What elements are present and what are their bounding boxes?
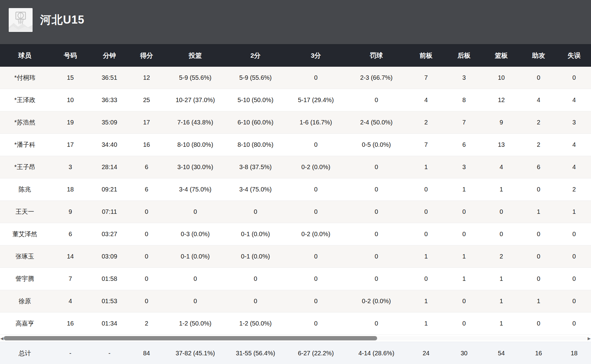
- stat-cell: 1: [407, 312, 445, 335]
- stat-cell: 3: [557, 111, 591, 134]
- column-header-6: 3分: [286, 44, 346, 67]
- stat-cell: 0: [286, 268, 346, 290]
- scrollbar-track[interactable]: [4, 336, 587, 340]
- column-header-2: 分钟: [91, 44, 128, 67]
- player-name: 董艾泽然: [0, 223, 50, 245]
- stat-cell: 0: [407, 268, 445, 290]
- stat-cell: 7: [407, 134, 445, 156]
- table-row: *王子昂328:1463-10 (30.0%)3-8 (37.5%)0-2 (0…: [0, 156, 591, 178]
- stat-cell: 0: [128, 290, 165, 312]
- table-row: 王天一907:110000000011: [0, 201, 591, 223]
- stat-cell: 0: [445, 201, 483, 223]
- column-header-4: 投篮: [165, 44, 225, 67]
- team-header: 河北U15: [0, 0, 591, 44]
- stat-cell: 03:27: [91, 223, 128, 245]
- stat-cell: 25: [128, 89, 165, 111]
- stat-cell: 4: [50, 290, 91, 312]
- stat-cell: 0: [445, 223, 483, 245]
- table-row: *潘子科1734:40168-10 (80.0%)8-10 (80.0%)00-…: [0, 134, 591, 156]
- player-stats-table: 球员号码分钟得分投篮2分3分罚球前板后板篮板助攻失误 *付桐玮1536:5112…: [0, 44, 591, 335]
- player-name: 訾宇腾: [0, 268, 50, 290]
- stat-cell: 12: [483, 89, 520, 111]
- stat-cell: 0: [286, 178, 346, 201]
- stat-cell: 3-10 (30.0%): [165, 156, 225, 178]
- stat-cell: 10: [483, 67, 520, 89]
- stat-cell: 4: [407, 89, 445, 111]
- stat-cell: 9: [50, 201, 91, 223]
- stat-cell: 0: [483, 201, 520, 223]
- stat-cell: 0: [286, 201, 346, 223]
- stat-cell: 0: [557, 268, 591, 290]
- stat-cell: 01:58: [91, 268, 128, 290]
- stat-cell: 0: [346, 223, 407, 245]
- stat-cell: 3: [445, 67, 483, 89]
- total-stat-cell: 30: [445, 342, 483, 364]
- stat-cell: 10-27 (37.0%): [165, 89, 225, 111]
- stat-cell: 3: [50, 156, 91, 178]
- stat-cell: 1-6 (16.7%): [286, 111, 346, 134]
- table-row: 董艾泽然603:2700-3 (0.0%)0-1 (0.0%)0-2 (0.0%…: [0, 223, 591, 245]
- team-title: 河北U15: [40, 12, 84, 28]
- total-label: 总计: [0, 342, 50, 364]
- column-header-7: 罚球: [346, 44, 407, 67]
- stat-cell: 0-5 (0.0%): [346, 134, 407, 156]
- stat-cell: 0: [407, 223, 445, 245]
- stat-cell: 1: [407, 290, 445, 312]
- horizontal-scrollbar[interactable]: ◀ ▶: [0, 335, 591, 342]
- stat-cell: 0: [165, 268, 225, 290]
- stat-cell: 0: [225, 290, 286, 312]
- total-stat-cell: 4-14 (28.6%): [346, 342, 407, 364]
- stat-cell: 2-3 (66.7%): [346, 67, 407, 89]
- basketball-hoop-icon: [9, 8, 33, 32]
- stat-cell: 0: [128, 245, 165, 268]
- stat-cell: 0: [407, 178, 445, 201]
- stat-cell: 1: [407, 156, 445, 178]
- stat-cell: 5-9 (55.6%): [225, 67, 286, 89]
- header-row: 球员号码分钟得分投篮2分3分罚球前板后板篮板助攻失误: [0, 44, 591, 67]
- stat-cell: 0: [225, 201, 286, 223]
- stat-cell: 0: [346, 156, 407, 178]
- stat-cell: 7-16 (43.8%): [165, 111, 225, 134]
- stat-cell: 4: [483, 156, 520, 178]
- stat-cell: 0: [286, 134, 346, 156]
- stat-cell: 8-10 (80.0%): [225, 134, 286, 156]
- stat-cell: 1: [557, 201, 591, 223]
- stat-cell: 0: [520, 223, 557, 245]
- stat-cell: 7: [407, 67, 445, 89]
- stat-cell: 6: [128, 178, 165, 201]
- stat-cell: 0: [346, 201, 407, 223]
- player-name: *王泽政: [0, 89, 50, 111]
- player-name: 张琢玉: [0, 245, 50, 268]
- stat-cell: 1: [407, 245, 445, 268]
- column-header-12: 失误: [557, 44, 591, 67]
- column-header-5: 2分: [225, 44, 286, 67]
- table-body: *付桐玮1536:51125-9 (55.6%)5-9 (55.6%)02-3 …: [0, 67, 591, 335]
- stat-cell: 0-1 (0.0%): [225, 245, 286, 268]
- stat-cell: 6: [445, 134, 483, 156]
- table-row: *苏浩然1935:09177-16 (43.8%)6-10 (60.0%)1-6…: [0, 111, 591, 134]
- stat-cell: 3-4 (75.0%): [225, 178, 286, 201]
- stat-cell: 0: [128, 201, 165, 223]
- stat-cell: 0-2 (0.0%): [286, 223, 346, 245]
- stat-cell: 8: [445, 89, 483, 111]
- total-stat-cell: 6-27 (22.2%): [286, 342, 346, 364]
- table-row: *王泽政1036:332510-27 (37.0%)5-10 (50.0%)5-…: [0, 89, 591, 111]
- stat-cell: 36:51: [91, 67, 128, 89]
- player-name: 高嘉亨: [0, 312, 50, 335]
- scroll-right-arrow-icon[interactable]: ▶: [587, 336, 591, 340]
- player-name: *潘子科: [0, 134, 50, 156]
- stat-cell: 0: [445, 312, 483, 335]
- stat-cell: 5-9 (55.6%): [165, 67, 225, 89]
- total-stat-cell: 54: [483, 342, 520, 364]
- stat-cell: 4: [557, 134, 591, 156]
- stat-cell: 0: [520, 178, 557, 201]
- stat-cell: 0-1 (0.0%): [225, 223, 286, 245]
- stat-cell: 1: [483, 178, 520, 201]
- stat-cell: 2: [407, 111, 445, 134]
- scroll-left-arrow-icon[interactable]: ◀: [0, 336, 4, 340]
- player-name: *付桐玮: [0, 67, 50, 89]
- total-stat-cell: -: [50, 342, 91, 364]
- total-stat-cell: 37-82 (45.1%): [165, 342, 225, 364]
- scrollbar-thumb[interactable]: [4, 336, 377, 340]
- stat-cell: 6: [50, 223, 91, 245]
